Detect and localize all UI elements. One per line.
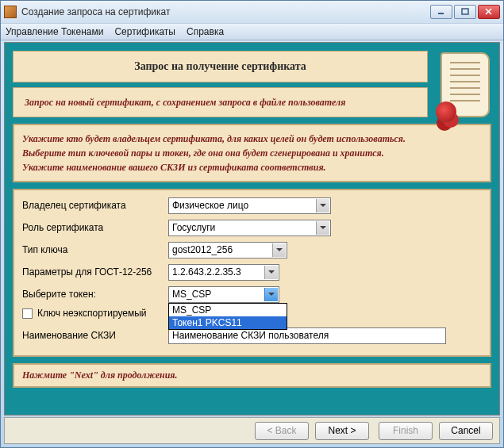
skzi-input[interactable]: Наименование СКЗИ пользователя	[168, 327, 446, 344]
gostparams-label: Параметры для ГОСТ-12-256	[22, 266, 168, 278]
token-option[interactable]: Токен1 PKCS11	[169, 316, 287, 329]
svg-rect-1	[462, 9, 468, 14]
close-button[interactable]	[478, 5, 500, 19]
chevron-down-icon	[272, 243, 286, 257]
finish-button[interactable]: Finish	[379, 422, 433, 440]
instructions-box: Укажите кто будет владельцем сертификата…	[13, 124, 491, 182]
titlebar: Создание запроса на сертификат	[1, 1, 503, 23]
token-value: MS_CSP	[172, 289, 211, 300]
wizard-buttons: < Back Next > Finish Cancel	[4, 417, 500, 444]
app-icon	[4, 6, 17, 18]
noexport-label: Ключ неэкспортируемый	[37, 308, 147, 319]
page-subtitle: Запрос на новый сертификат, с сохранение…	[13, 87, 428, 117]
skzi-label: Наименование СКЗИ	[22, 330, 168, 341]
hint-box: Нажмите "Next" для продолжения.	[13, 363, 491, 388]
maximize-button[interactable]	[454, 5, 476, 19]
owner-select[interactable]: Физическое лицо	[168, 197, 331, 214]
owner-value: Физическое лицо	[172, 200, 248, 211]
header-area: Запрос на получение сертификата Запрос н…	[13, 51, 491, 117]
menu-help[interactable]: Справка	[187, 26, 224, 37]
owner-label: Владелец сертификата	[22, 200, 168, 211]
skzi-value: Наименование СКЗИ пользователя	[172, 330, 329, 341]
window-title: Создание запроса на сертификат	[21, 6, 430, 17]
menu-tokens[interactable]: Управление Токенами	[6, 26, 103, 37]
form-panel: Владелец сертификата Физическое лицо Рол…	[13, 189, 491, 357]
certificate-icon	[441, 52, 490, 117]
gostparams-value: 1.2.643.2.2.35.3	[172, 266, 241, 278]
cancel-button[interactable]: Cancel	[439, 422, 493, 440]
instructions-line: Выберите тип ключевой пары и токен, где …	[22, 146, 482, 160]
checkbox-icon	[22, 308, 33, 319]
chevron-down-icon	[316, 199, 329, 213]
role-select[interactable]: Госуслуги	[168, 220, 331, 236]
token-option[interactable]: MS_CSP	[169, 304, 287, 316]
token-dropdown: MS_CSP Токен1 PKCS11	[168, 303, 287, 330]
minimize-button[interactable]	[430, 5, 452, 19]
instructions-line: Укажите кто будет владельцем сертификата…	[22, 132, 482, 146]
token-label: Выберите токен:	[22, 289, 168, 300]
page-title: Запрос на получение сертификата	[13, 51, 428, 82]
token-select[interactable]: MS_CSP MS_CSP Токен1 PKCS11	[168, 286, 279, 303]
role-label: Роль сертификата	[22, 222, 168, 233]
instructions-line: Укажите наименование вашего СКЗИ из серт…	[22, 160, 482, 174]
next-button[interactable]: Next >	[315, 422, 369, 440]
back-button[interactable]: < Back	[255, 422, 309, 440]
chevron-down-icon	[316, 221, 329, 235]
role-value: Госуслуги	[172, 222, 215, 233]
gostparams-select[interactable]: 1.2.643.2.2.35.3	[168, 264, 279, 281]
app-window: Создание запроса на сертификат Управлени…	[0, 0, 504, 448]
menu-certs[interactable]: Сертификаты	[114, 26, 175, 37]
keytype-label: Тип ключа	[22, 244, 168, 255]
chevron-down-icon	[264, 266, 278, 279]
menubar: Управление Токенами Сертификаты Справка	[1, 23, 503, 40]
wizard-content: Запрос на получение сертификата Запрос н…	[4, 42, 500, 415]
chevron-down-icon	[264, 288, 278, 301]
keytype-value: gost2012_256	[172, 244, 233, 255]
keytype-select[interactable]: gost2012_256	[168, 242, 287, 258]
